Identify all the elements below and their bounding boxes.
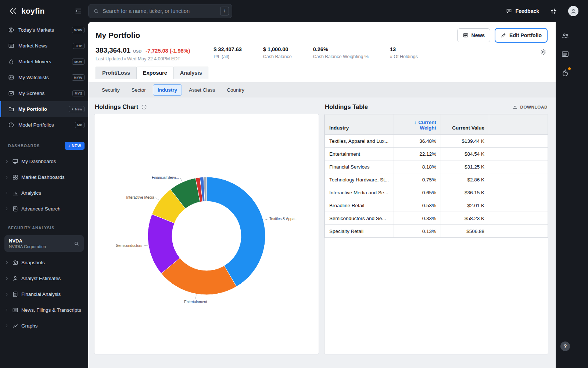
sidebar-item-my-watchlists[interactable]: My Watchlists MYW (0, 70, 88, 85)
portfolio-header: My Portfolio News Edit Portfolio 383,364… (88, 22, 556, 82)
sidebar-item-market-movers[interactable]: Market Movers MOV (0, 54, 88, 70)
portfolio-total-value: 383,364.01 (96, 46, 130, 54)
logo-area: koyfin (0, 7, 88, 15)
column-header-industry[interactable]: Industry (325, 114, 394, 135)
portfolio-tabs: Profit/Loss Exposure Analysis (96, 67, 548, 79)
sidebar-item-graphs[interactable]: Graphs (0, 318, 88, 334)
security-selector[interactable]: NVDA NVIDIA Corporation (4, 235, 84, 252)
subtab-industry[interactable]: Industry (153, 84, 182, 96)
collapse-sidebar-icon[interactable] (74, 7, 82, 15)
holdings-donut-chart[interactable]: Textiles & Appa...EntertainmentSemicondu… (94, 114, 319, 354)
chevron-right-icon (4, 206, 9, 211)
stat-holdings-count: 13 # Of Holdings (390, 46, 418, 59)
subtab-security[interactable]: Security (97, 84, 125, 96)
avatar[interactable] (568, 6, 578, 16)
security-name: NVIDIA Corporation (9, 244, 46, 249)
currency-label: USD (133, 49, 141, 53)
subtab-country[interactable]: Country (222, 84, 249, 96)
shortcut-badge: MYS (72, 90, 85, 96)
grid-icon (12, 174, 18, 180)
fire-icon (561, 68, 569, 77)
sidebar-item-news-filings-transcripts[interactable]: News, Filings & Transcripts (0, 302, 88, 318)
subtab-sector[interactable]: Sector (127, 84, 151, 96)
right-panel-strip: ? (556, 22, 588, 368)
document-icon (12, 291, 18, 297)
download-button[interactable]: DOWNLOAD (512, 104, 548, 110)
sidebar-item-my-portfolio[interactable]: My Portfolio ✦ New (0, 101, 88, 117)
info-icon[interactable] (141, 104, 147, 110)
sidebar-item-analyst-estimates[interactable]: Analyst Estimates (0, 270, 88, 286)
sidebar-item-todays-markets[interactable]: Today's Markets NOW (0, 22, 88, 38)
slice-label: Interactive Media (126, 195, 154, 199)
new-badge: ✦ New (69, 106, 85, 112)
table-row: Specialty Retail 0.13% $506.88 (325, 225, 548, 238)
table-row: Technology Hardware, St... 0.75% $2.86 K (325, 173, 548, 186)
sidebar: Today's Markets NOW Market News TOP Mark… (0, 22, 88, 368)
globe-icon (8, 27, 14, 33)
chevron-right-icon (4, 323, 9, 328)
compress-window-icon[interactable] (550, 8, 557, 15)
download-icon (512, 104, 518, 110)
search-icon (93, 8, 99, 14)
subtab-asset-class[interactable]: Asset Class (184, 84, 220, 96)
sidebar-item-my-screens[interactable]: My Screens MYS (0, 85, 88, 101)
chevron-right-icon (4, 175, 9, 180)
newspaper-icon (463, 32, 469, 38)
help-button[interactable]: ? (560, 342, 570, 351)
notification-dot (568, 67, 571, 70)
analyst-icon (12, 275, 18, 282)
sidebar-item-my-dashboards[interactable]: My Dashboards (0, 153, 88, 169)
stat-pl-all: $ 32,407.63 P/L (all) (214, 46, 242, 59)
folder-icon (8, 106, 14, 112)
user-icon (570, 8, 577, 14)
pencil-icon (501, 32, 506, 38)
sidebar-item-model-portfolios[interactable]: Model Portfolios MP (0, 117, 88, 133)
sidebar-item-financial-analysis[interactable]: Financial Analysis (0, 286, 88, 302)
new-dashboard-button[interactable]: + NEW (65, 142, 85, 150)
holdings-chart-title: Holdings Chart (95, 103, 138, 110)
exposure-subtabs: Security Sector Industry Asset Class Cou… (88, 82, 556, 98)
feedback-label: Feedback (515, 8, 539, 14)
tab-profit-loss[interactable]: Profit/Loss (96, 67, 137, 79)
portfolio-stats: 383,364.01 USD -7,725.08 (-1.98%) Last U… (96, 46, 548, 61)
column-header-current-weight[interactable]: ↓Current Weight (394, 114, 441, 135)
logo-text: koyfin (21, 7, 45, 15)
sidebar-item-advanced-search[interactable]: Advanced Search (0, 201, 88, 217)
sidebar-item-market-news[interactable]: Market News TOP (0, 38, 88, 54)
people-icon (561, 32, 569, 40)
global-search-input[interactable]: Search for a name, ticker, or function / (88, 4, 232, 18)
security-ticker: NVDA (9, 238, 46, 244)
koyfin-logo-icon (9, 7, 18, 15)
shortcut-badge: MYW (72, 74, 85, 81)
sidebar-item-analytics[interactable]: Analytics (0, 185, 88, 201)
movers-panel-button[interactable] (560, 68, 570, 77)
slice-label: Entertainment (184, 300, 207, 304)
settings-gear-icon[interactable] (540, 49, 547, 56)
page-title: My Portfolio (96, 31, 140, 40)
chevron-right-icon (4, 276, 9, 281)
column-header-empty (489, 114, 548, 135)
sidebar-item-market-dashboards[interactable]: Market Dashboards (0, 169, 88, 185)
feedback-button[interactable]: Feedback (506, 8, 539, 14)
news-button[interactable]: News (457, 28, 491, 42)
slice-label: Textiles & Appa... (269, 217, 298, 221)
total-value-stat: 383,364.01 USD -7,725.08 (-1.98%) Last U… (96, 46, 190, 61)
table-row: Textiles, Apparel and Lux... 36.48% $139… (325, 135, 548, 148)
chevron-right-icon (4, 292, 9, 297)
table-row: Entertainment 22.12% $84.54 K (325, 148, 548, 160)
pie-chart-icon (8, 122, 14, 128)
dashboards-section-header: DASHBOARDS + NEW (0, 133, 88, 153)
tab-analysis[interactable]: Analysis (173, 67, 209, 79)
edit-portfolio-button[interactable]: Edit Portfolio (495, 28, 548, 43)
column-header-current-value[interactable]: Current Value (441, 114, 489, 135)
shortcut-badge: TOP (73, 43, 85, 49)
news-panel-button[interactable] (560, 49, 570, 59)
watchlists-panel-button[interactable] (560, 31, 570, 40)
sidebar-item-snapshots[interactable]: Snapshots (0, 255, 88, 270)
tab-exposure[interactable]: Exposure (136, 67, 174, 79)
chevron-right-icon (4, 260, 9, 265)
table-row: Semiconductors and Se... 0.33% $58.23 K (325, 212, 548, 225)
holdings-table-section: Holdings Table DOWNLOAD Industry ↓Curren… (324, 103, 548, 368)
stat-cash-weighting: 0.26% Cash Balance Weighting % (313, 46, 369, 59)
camera-icon (12, 259, 18, 266)
